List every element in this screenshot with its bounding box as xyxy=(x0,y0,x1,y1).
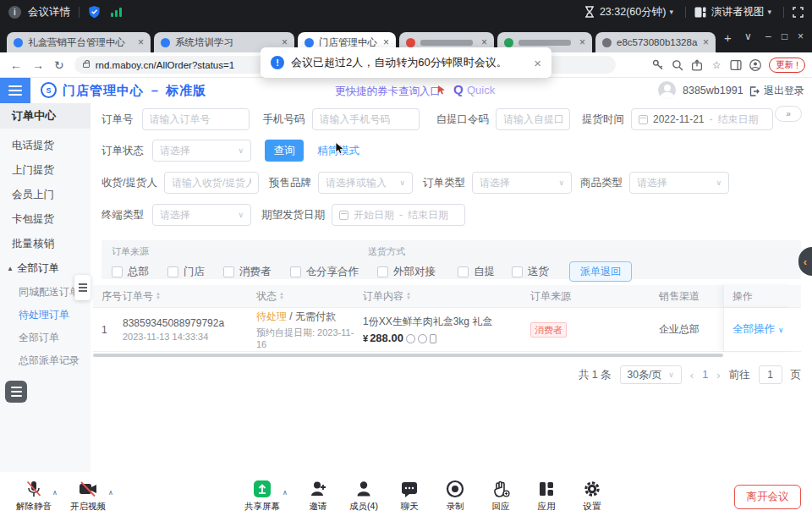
tab-close-icon[interactable]: × xyxy=(138,37,144,47)
checkbox-hq[interactable]: 总部 xyxy=(112,265,149,279)
forward-icon[interactable]: → xyxy=(32,58,44,72)
checkbox-external[interactable]: 外部对接 xyxy=(377,265,436,279)
chevron-down-icon: ∨ xyxy=(238,211,244,219)
settings-button[interactable]: 设置 xyxy=(565,480,619,513)
pickup-code-input[interactable] xyxy=(496,108,570,130)
checkbox-icon[interactable] xyxy=(512,266,523,277)
collapse-filters-button[interactable]: » xyxy=(775,106,802,122)
sidebar-item-card-pickup[interactable]: 卡包提货 xyxy=(0,207,91,232)
sort-icons[interactable]: ▲▼ xyxy=(406,292,411,300)
checkbox-icon[interactable] xyxy=(290,266,301,277)
tab-close-icon[interactable]: × xyxy=(703,37,709,47)
goto-suffix: 页 xyxy=(791,368,802,382)
tab-label: e8c573080b1328a258fd2e6f8 xyxy=(617,37,698,47)
horizontal-scrollbar[interactable] xyxy=(93,354,723,357)
share-screen-button[interactable]: 共享屏幕 xyxy=(235,480,289,513)
menu-toggle-button[interactable] xyxy=(0,78,30,103)
profile-icon[interactable] xyxy=(749,59,761,71)
all-actions-dropdown[interactable]: 全部操作 xyxy=(732,322,775,337)
phone-icon[interactable] xyxy=(430,334,436,343)
sidebar-subitem-all-orders[interactable]: 全部订单 xyxy=(0,327,91,349)
back-icon[interactable]: ← xyxy=(10,58,22,72)
user-info[interactable]: 8385wb1991 xyxy=(658,81,743,99)
coupon-query-link[interactable]: 更快捷的券卡查询入口 xyxy=(335,85,441,99)
tab-close-icon[interactable]: × xyxy=(282,37,288,47)
checkbox-icon[interactable] xyxy=(167,266,178,277)
key-icon[interactable] xyxy=(652,59,664,71)
dispatch-return-button[interactable]: 派单退回 xyxy=(569,261,632,282)
network-signal-icon[interactable] xyxy=(111,7,122,17)
new-tab-button[interactable]: + xyxy=(724,30,732,45)
sidebar-item-door-pickup[interactable]: 上门提货 xyxy=(0,158,91,183)
window-close-icon[interactable]: × xyxy=(798,30,804,42)
toast-close-icon[interactable]: × xyxy=(527,56,541,70)
ship-date-range-picker[interactable]: 开始日期 - 结束日期 xyxy=(332,204,465,226)
meeting-details-link[interactable]: 会议详情 xyxy=(28,5,70,19)
browser-tab-6[interactable]: e8c573080b1328a258fd2e6f8 × xyxy=(595,32,716,52)
sidebar-item-member-visit[interactable]: 会员上门 xyxy=(0,183,91,207)
timer-dropdown-icon[interactable]: ▾ xyxy=(669,8,673,16)
checkbox-icon[interactable] xyxy=(377,266,388,277)
window-minimize-icon[interactable]: – xyxy=(765,30,771,42)
sidebar-subitem-pending-orders[interactable]: 待处理订单 xyxy=(0,304,91,327)
browser-tab-1[interactable]: 礼盒营销平台管理中心 × xyxy=(7,32,151,52)
order-no-input[interactable] xyxy=(142,108,250,130)
sidebar-item-phone-pickup[interactable]: 电话提货 xyxy=(0,134,91,158)
receiver-input[interactable] xyxy=(164,172,259,194)
next-page-icon[interactable]: › xyxy=(716,369,720,382)
checkbox-warehouse-coop[interactable]: 仓分享合作 xyxy=(290,265,359,279)
reload-icon[interactable]: ↻ xyxy=(54,58,64,72)
phone-input[interactable] xyxy=(312,108,420,130)
page-size-select[interactable]: 30条/页 ∨ xyxy=(620,365,682,384)
window-maximize-icon[interactable]: □ xyxy=(782,30,787,42)
tab-close-icon[interactable]: × xyxy=(481,37,487,47)
share-icon[interactable] xyxy=(691,59,703,71)
globe-icon[interactable] xyxy=(418,334,427,343)
goto-page-input[interactable] xyxy=(759,365,782,384)
checkbox-self-pickup[interactable]: 自提 xyxy=(458,265,495,279)
fullscreen-icon[interactable] xyxy=(793,7,804,18)
quick-search-icon[interactable]: Q xyxy=(453,82,464,96)
tab-close-icon[interactable]: × xyxy=(383,37,389,47)
checkbox-delivery[interactable]: 送货 xyxy=(512,265,549,279)
zoom-icon[interactable] xyxy=(672,59,683,71)
query-button[interactable]: 查询 xyxy=(265,140,304,162)
mic-options-icon[interactable]: ∧ xyxy=(52,489,58,497)
terminal-type-select[interactable]: 请选择 ∨ xyxy=(152,204,251,226)
start-video-button[interactable]: 开启视频 xyxy=(61,480,115,513)
tab-close-icon[interactable]: × xyxy=(579,37,585,47)
order-type-select[interactable]: 请选择 ∨ xyxy=(472,172,572,194)
pickup-time-range-picker[interactable]: 2022-11-21 - 结束日期 xyxy=(631,108,773,130)
coin-icon[interactable] xyxy=(406,334,415,343)
prev-page-icon[interactable]: ‹ xyxy=(690,369,694,382)
logout-button[interactable]: 退出登录 xyxy=(749,84,804,98)
sidebar-item-batch-verify[interactable]: 批量核销 xyxy=(0,232,91,256)
side-panel-icon[interactable] xyxy=(730,59,742,71)
sort-icons[interactable]: ▲▼ xyxy=(156,292,161,300)
video-options-icon[interactable]: ∧ xyxy=(108,489,113,497)
presale-brand-select[interactable]: 请选择或输入 ∨ xyxy=(318,172,413,194)
current-page[interactable]: 1 xyxy=(702,369,708,381)
share-options-icon[interactable]: ∧ xyxy=(283,489,288,497)
view-mode-selector[interactable]: 演讲者视图 xyxy=(711,5,765,19)
sidebar-drag-handle[interactable] xyxy=(74,275,91,300)
checkbox-icon[interactable] xyxy=(458,266,469,277)
checkbox-consumer[interactable]: 消费者 xyxy=(223,265,272,279)
hourglass-icon xyxy=(584,6,595,18)
tab-search-icon[interactable]: ∨ xyxy=(744,30,752,42)
bookmark-star-icon[interactable]: ☆ xyxy=(710,59,722,71)
goods-type-select[interactable]: 请选择 ∨ xyxy=(629,172,729,194)
order-created-time: 2023-11-13 14:33:34 xyxy=(123,332,256,342)
checkbox-icon[interactable] xyxy=(112,266,123,277)
checkbox-icon[interactable] xyxy=(223,266,234,277)
leave-meeting-button[interactable]: 离开会议 xyxy=(734,485,801,509)
tab-favicon xyxy=(602,38,612,47)
quick-search-label[interactable]: Quick xyxy=(467,84,495,96)
sort-icons[interactable]: ▲▼ xyxy=(279,292,284,300)
shield-check-icon[interactable] xyxy=(88,5,101,19)
checkbox-store[interactable]: 门店 xyxy=(167,265,205,279)
browser-update-button[interactable]: 更新 ! xyxy=(769,58,805,73)
meeting-info-icon[interactable]: i xyxy=(8,6,21,19)
order-status-select[interactable]: 请选择 ∨ xyxy=(152,140,251,162)
view-dropdown-icon[interactable]: ▾ xyxy=(767,8,771,16)
